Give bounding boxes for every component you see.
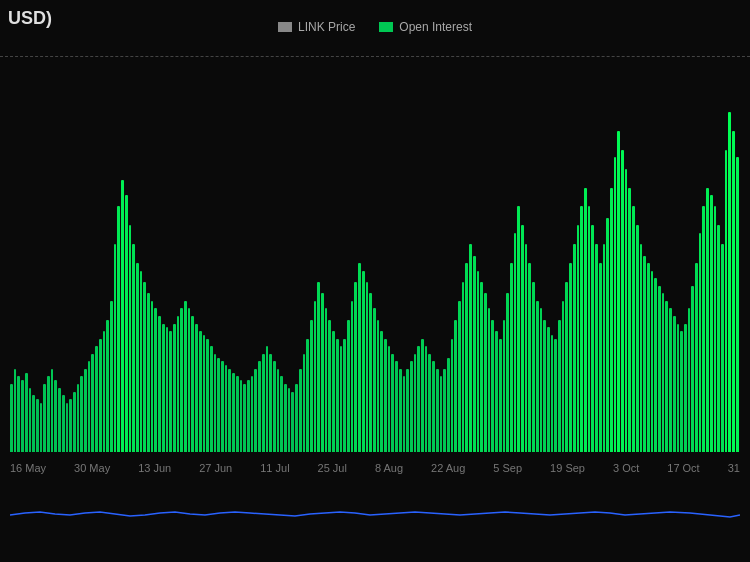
legend-open-interest-label: Open Interest [399,20,472,34]
chart-bar [140,271,143,452]
x-axis-label: 19 Sep [550,462,585,474]
chart-bar [180,308,183,452]
chart-bar [588,206,591,452]
chart-bar [514,233,517,452]
chart-bar [454,320,457,452]
chart-bar [95,346,98,452]
chart-bar [488,308,491,452]
chart-bar [369,293,372,452]
x-axis-label: 11 Jul [260,462,289,474]
chart-bar [251,376,254,452]
chart-bar [336,339,339,452]
chart-bar [599,263,602,452]
chart-bar [699,233,702,452]
chart-bar [580,206,583,452]
x-axis-label: 17 Oct [667,462,699,474]
chart-bar [347,320,350,452]
chart-bar [358,263,361,452]
chart-bar [669,308,672,452]
chart-bar [214,354,217,452]
chart-bar [469,244,472,452]
chart-bar [221,361,224,452]
chart-bar [628,188,631,452]
chart-bar [706,188,709,452]
x-axis-label: 30 May [74,462,110,474]
chart-bar [632,206,635,452]
chart-bar [277,369,280,452]
chart-bar [299,369,302,452]
chart-bar [591,225,594,452]
price-line-area [10,477,740,522]
chart-bar [569,263,572,452]
chart-area: 16 May30 May13 Jun27 Jun11 Jul25 Jul8 Au… [0,42,750,532]
chart-bar [143,282,146,452]
chart-bar [573,244,576,452]
legend-link-price-label: LINK Price [298,20,355,34]
chart-bar [154,308,157,452]
chart-bar [417,346,420,452]
chart-bar [121,180,124,452]
dashed-reference-line [0,56,750,57]
chart-bar [166,327,169,452]
chart-bar [377,320,380,452]
chart-bar [225,365,228,452]
chart-bar [80,376,83,452]
chart-bar [506,293,509,452]
chart-bar [184,301,187,452]
chart-bar [695,263,698,452]
chart-bar [332,331,335,452]
x-axis-label: 3 Oct [613,462,639,474]
chart-bar [625,169,628,452]
chart-bar [462,282,465,452]
chart-bar [540,308,543,452]
chart-bar [399,369,402,452]
x-axis: 16 May30 May13 Jun27 Jun11 Jul25 Jul8 Au… [10,462,740,474]
chart-bar [203,335,206,452]
chart-legend: LINK Price Open Interest [0,20,750,34]
chart-bar [77,384,80,452]
chart-bar [173,324,176,452]
chart-bar [351,301,354,452]
chart-bar [391,354,394,452]
chart-bar [99,339,102,452]
chart-bar [562,301,565,452]
chart-bar [432,361,435,452]
chart-bar [614,157,617,452]
chart-bar [395,361,398,452]
bars-area [10,112,740,452]
chart-bar [443,369,446,452]
chart-bar [317,282,320,452]
chart-bar [58,388,61,452]
chart-bar [484,293,487,452]
chart-bar [521,225,524,452]
chart-bar [354,282,357,452]
chart-bar [114,244,117,452]
chart-bar [491,320,494,452]
chart-bar [458,301,461,452]
chart-bar [36,399,39,452]
chart-bar [621,150,624,452]
chart-bar [32,395,35,452]
legend-link-price-box [278,22,292,32]
chart-bar [106,320,109,452]
chart-bar [525,244,528,452]
chart-bar [125,195,128,452]
chart-bar [40,403,43,452]
chart-bar [162,324,165,452]
chart-bar [528,263,531,452]
price-line-path [10,512,740,517]
chart-bar [91,354,94,452]
chart-bar [195,324,198,452]
x-axis-label: 16 May [10,462,46,474]
chart-bar [473,256,476,452]
chart-bar [314,301,317,452]
x-axis-label: 31 [728,462,740,474]
chart-bar [25,373,28,452]
chart-bar [210,346,213,452]
chart-bar [17,376,20,452]
chart-bar [169,331,172,452]
chart-bar [421,339,424,452]
chart-bar [340,346,343,452]
chart-bar [151,301,154,452]
x-axis-label: 8 Aug [375,462,403,474]
